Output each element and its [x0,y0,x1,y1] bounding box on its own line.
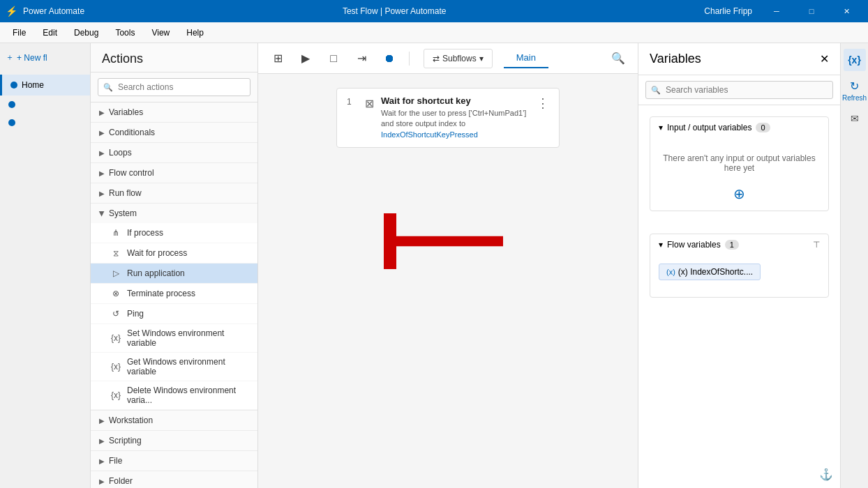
step-description: Wait for the user to press ['Ctrl+NumPad… [381,108,530,140]
category-flow-control-header[interactable]: ▶ Flow control [91,163,257,183]
action-delete-windows-env[interactable]: {x} Delete Windows environment varia... [91,381,257,410]
input-output-section: ▾ Input / output variables 0 There aren'… [644,111,835,217]
variables-panel-toggle-btn[interactable]: {x} [844,49,866,71]
canvas-search-btn[interactable]: 🔍 [607,47,629,70]
category-workstation: ▶ Workstation [91,411,257,431]
run-btn[interactable]: ▶ [294,47,317,70]
menu-file[interactable]: File [6,25,33,40]
category-flow-control-label: Flow control [109,168,154,178]
filter-icon[interactable]: ⊤ [813,240,820,250]
category-run-flow: ▶ Run flow [91,183,257,204]
category-system: ▶ System ⋔ If process ⧖ Wait for process [91,204,257,411]
title-bar: ⚡ Power Automate Test Flow | Power Autom… [0,0,868,22]
menu-view[interactable]: View [144,25,177,40]
step-more-btn[interactable]: ⋮ [537,96,549,111]
step-title: Wait for shortcut key [381,96,530,106]
action-terminate-process[interactable]: ⊗ Terminate process [91,284,257,304]
chevron-conditionals: ▶ [99,129,105,137]
category-variables-header[interactable]: ▶ Variables [91,102,257,122]
no-vars-text: There aren't any input or output variabl… [659,146,820,180]
chevron-file: ▶ [99,457,105,465]
maximize-button[interactable]: □ [795,0,828,22]
menu-debug[interactable]: Debug [67,25,105,40]
category-workstation-header[interactable]: ▶ Workstation [91,411,257,430]
nav-dot-3 [8,119,15,126]
canvas-content: 1 ⊠ Wait for shortcut key Wait for the u… [258,74,638,488]
action-if-process[interactable]: ⋔ If process [91,223,257,243]
var-icon: (x) [666,268,675,276]
variables-search-icon: 🔍 [651,86,661,95]
actions-search-input[interactable] [98,78,250,96]
action-get-windows-env[interactable]: {x} Get Windows environment variable [91,353,257,381]
anchor-icon[interactable]: ⚓ [819,468,833,481]
variables-close-btn[interactable]: ✕ [820,52,829,66]
category-file-header[interactable]: ▶ File [91,451,257,471]
subflows-tab[interactable]: ⇄ Subflows ▾ [424,49,493,68]
menu-help[interactable]: Help [179,25,211,40]
action-ping[interactable]: ↺ Ping [91,304,257,324]
category-run-flow-header[interactable]: ▶ Run flow [91,183,257,203]
right-panel: {x} ↻ Refresh ✉ [840,43,868,488]
input-output-section-header[interactable]: ▾ Input / output variables 0 [650,117,828,138]
category-flow-control: ▶ Flow control [91,163,257,183]
step-btn[interactable]: ⇥ [350,47,373,70]
record-btn[interactable]: ⏺ [378,47,401,70]
variables-search-input[interactable] [645,81,833,99]
stop-btn[interactable]: □ [322,47,345,70]
variables-search-wrapper: 🔍 [638,75,840,105]
add-variable-btn[interactable]: ⊕ [659,185,820,202]
input-output-count: 0 [756,123,770,132]
category-loops-header[interactable]: ▶ Loops [91,143,257,162]
input-output-chevron: ▾ [659,123,663,132]
action-set-windows-env[interactable]: {x} Set Windows environment variable [91,324,257,353]
category-workstation-label: Workstation [109,415,153,425]
user-name: Charlie Fripp [704,6,752,16]
category-scripting-header[interactable]: ▶ Scripting [91,431,257,450]
refresh-icon: ↻ [850,79,859,93]
nav-item-flow1[interactable] [0,96,90,114]
app-layout: ＋ + New fl Home Actions 🔍 ▶ [0,43,868,488]
new-flow-button[interactable]: ＋ + New fl [0,49,90,66]
plus-icon: ＋ [6,52,14,63]
delete-env-icon: {x} [110,390,121,401]
step-number: 1 [347,97,358,107]
step-link[interactable]: IndexOfShortcutKeyPressed [381,130,478,139]
input-output-section-box: ▾ Input / output variables 0 There aren'… [650,116,829,211]
actions-panel: Actions 🔍 ▶ Variables ▶ Conditionals [91,43,258,488]
action-wait-for-process[interactable]: ⧖ Wait for process [91,243,257,264]
refresh-btn[interactable]: ↻ Refresh [842,79,867,102]
plus-circle-icon: ⊕ [733,185,745,202]
main-tab[interactable]: Main [504,48,548,68]
step-icon: ⊠ [365,97,374,110]
nav-sidebar: ＋ + New fl Home [0,43,91,488]
nav-dot [10,82,17,89]
menu-edit[interactable]: Edit [36,25,64,40]
nav-home-label: Home [22,80,44,90]
input-output-label: Input / output variables [667,123,751,132]
big-arrow [384,213,509,271]
nav-item-flow2[interactable] [0,114,90,132]
ui-elements-btn[interactable]: ✉ [844,107,866,130]
window-title: Test Flow | Power Automate [84,6,704,16]
category-system-header[interactable]: ▶ System [91,204,257,223]
toggle-view-btn[interactable]: ⊞ [267,47,289,70]
menu-tools[interactable]: Tools [108,25,142,40]
run-app-icon: ▷ [110,268,121,279]
actions-search-wrapper: 🔍 [91,73,257,102]
flow-var-name: (x) IndexOfShortc.... [678,267,753,277]
actions-title: Actions [91,43,257,73]
action-run-application[interactable]: ▷ Run application [91,264,257,284]
title-bar-left: ⚡ Power Automate [6,6,84,17]
subflows-chevron: ▾ [479,54,484,63]
minimize-button[interactable]: ─ [761,0,793,22]
flow-variables-section-header[interactable]: ▾ Flow variables 1 ⊤ [650,234,828,255]
app-title: Power Automate [23,6,84,16]
close-button[interactable]: ✕ [830,0,862,22]
flow-var-item[interactable]: (x) (x) IndexOfShortc.... [659,264,761,280]
category-folder-header[interactable]: ▶ Folder [91,471,257,488]
category-conditionals-header[interactable]: ▶ Conditionals [91,123,257,142]
nav-item-home[interactable]: Home [0,75,90,96]
refresh-label: Refresh [842,94,867,102]
chevron-run-flow: ▶ [99,190,105,197]
category-folder-label: Folder [109,476,133,486]
